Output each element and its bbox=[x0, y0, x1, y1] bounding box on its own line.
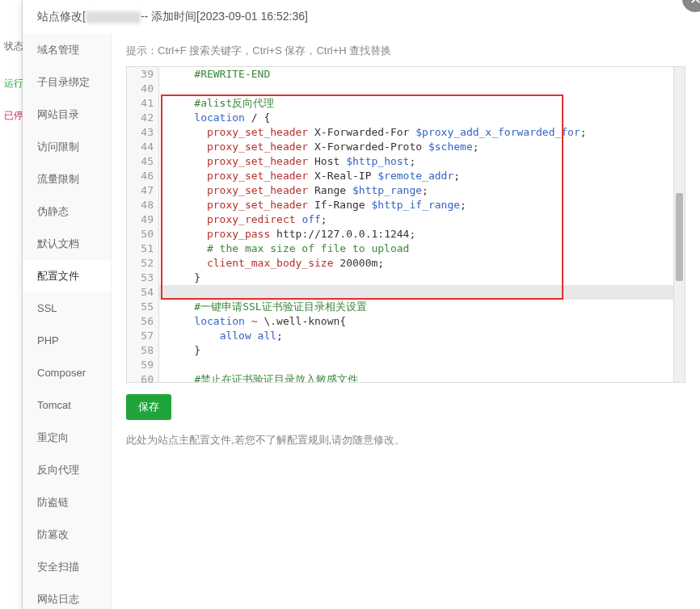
code-line[interactable]: # the max size of file to upload bbox=[159, 242, 685, 256]
line-number: 47 bbox=[127, 183, 154, 198]
scrollbar-thumb[interactable] bbox=[676, 193, 683, 281]
sidebar-item-sitedir[interactable]: 网站目录 bbox=[23, 99, 111, 131]
code-line[interactable]: #alist反向代理 bbox=[159, 96, 685, 111]
sidebar-item-access[interactable]: 访问限制 bbox=[23, 131, 111, 163]
line-number: 44 bbox=[127, 140, 154, 154]
line-number: 49 bbox=[127, 212, 154, 227]
line-number: 48 bbox=[127, 198, 154, 212]
sidebar-item-subdir[interactable]: 子目录绑定 bbox=[23, 66, 111, 99]
sidebar-item-config[interactable]: 配置文件 bbox=[23, 260, 111, 292]
code-line[interactable] bbox=[159, 82, 685, 96]
sidebar-item-tomcat[interactable]: Tomcat bbox=[23, 389, 111, 422]
sidebar-item-domain[interactable]: 域名管理 bbox=[23, 34, 111, 66]
code-line[interactable] bbox=[159, 285, 685, 300]
code-line[interactable]: proxy_set_header Range $http_range; bbox=[159, 183, 685, 198]
line-number: 41 bbox=[127, 96, 154, 111]
content-pane: 提示：Ctrl+F 搜索关键字，Ctrl+S 保存，Ctrl+H 查找替换 39… bbox=[112, 34, 700, 609]
line-number: 52 bbox=[127, 256, 154, 271]
code-line[interactable]: proxy_set_header If-Range $http_if_range… bbox=[159, 198, 685, 212]
modal-title-suffix: -- 添加时间[2023-09-01 16:52:36] bbox=[141, 10, 308, 24]
editor-code-area[interactable]: #REWRITE-END #alist反向代理 location / { pro… bbox=[159, 67, 685, 382]
code-line[interactable]: allow all; bbox=[159, 329, 685, 343]
line-number: 55 bbox=[127, 300, 154, 314]
code-line[interactable]: proxy_set_header X-Forwarded-For $proxy_… bbox=[159, 125, 685, 140]
modal-header: 站点修改[ -- 添加时间[2023-09-01 16:52:36] ✕ bbox=[23, 0, 700, 34]
sidebar-item-scan[interactable]: 安全扫描 bbox=[23, 551, 111, 583]
sidebar-item-rewrite[interactable]: 伪静态 bbox=[23, 195, 111, 228]
line-number: 46 bbox=[127, 169, 154, 183]
line-number: 43 bbox=[127, 125, 154, 140]
code-line[interactable]: proxy_set_header Host $http_host; bbox=[159, 154, 685, 169]
sidebar-item-php[interactable]: PHP bbox=[23, 325, 111, 357]
close-button[interactable]: ✕ bbox=[682, 0, 700, 12]
close-icon: ✕ bbox=[689, 0, 701, 6]
sidebar-item-default[interactable]: 默认文档 bbox=[23, 228, 111, 260]
save-button[interactable]: 保存 bbox=[126, 394, 171, 420]
sidebar-item-redirect[interactable]: 重定向 bbox=[23, 422, 111, 454]
line-number: 59 bbox=[127, 358, 154, 372]
code-line[interactable]: } bbox=[159, 343, 685, 358]
line-number: 58 bbox=[127, 343, 154, 358]
line-number: 45 bbox=[127, 154, 154, 169]
code-line[interactable]: client_max_body_size 20000m; bbox=[159, 256, 685, 271]
line-number: 57 bbox=[127, 329, 154, 343]
sidebar-item-log[interactable]: 网站日志 bbox=[23, 583, 111, 609]
modal-body: 域名管理子目录绑定网站目录访问限制流量限制伪静态默认文档配置文件SSLPHPCo… bbox=[23, 34, 700, 609]
line-number: 53 bbox=[127, 271, 154, 285]
sidebar-item-ssl[interactable]: SSL bbox=[23, 292, 111, 325]
line-number: 39 bbox=[127, 67, 154, 82]
sidebar-item-antileech[interactable]: 防盗链 bbox=[23, 486, 111, 519]
line-number: 51 bbox=[127, 242, 154, 256]
code-line[interactable]: #一键申请SSL证书验证目录相关设置 bbox=[159, 300, 685, 314]
code-line[interactable]: location ~ \.well-known{ bbox=[159, 314, 685, 329]
config-warning: 此处为站点主配置文件,若您不了解配置规则,请勿随意修改。 bbox=[126, 433, 685, 447]
editor-scrollbar[interactable] bbox=[673, 67, 685, 382]
code-line[interactable] bbox=[159, 358, 685, 372]
code-line[interactable]: proxy_set_header X-Real-IP $remote_addr; bbox=[159, 169, 685, 183]
code-line[interactable]: location / { bbox=[159, 111, 685, 125]
code-line[interactable]: #禁止在证书验证目录放入敏感文件 bbox=[159, 372, 685, 382]
code-line[interactable]: proxy_pass http://127.0.0.1:1244; bbox=[159, 227, 685, 242]
line-number: 54 bbox=[127, 285, 154, 300]
code-line[interactable]: #REWRITE-END bbox=[159, 67, 685, 82]
editor-hint: 提示：Ctrl+F 搜索关键字，Ctrl+S 保存，Ctrl+H 查找替换 bbox=[126, 44, 685, 58]
code-line[interactable]: } bbox=[159, 271, 685, 285]
sidebar-item-composer[interactable]: Composer bbox=[23, 357, 111, 389]
code-line[interactable]: proxy_redirect off; bbox=[159, 212, 685, 227]
sidebar-item-traffic[interactable]: 流量限制 bbox=[23, 163, 111, 195]
line-number: 56 bbox=[127, 314, 154, 329]
code-line[interactable]: proxy_set_header X-Forwarded-Proto $sche… bbox=[159, 140, 685, 154]
line-number: 42 bbox=[127, 111, 154, 125]
code-editor[interactable]: 3940414243444546474849505152535455565758… bbox=[126, 66, 685, 383]
modal-title-redacted bbox=[86, 11, 141, 23]
line-number: 50 bbox=[127, 227, 154, 242]
sidebar-item-proxy[interactable]: 反向代理 bbox=[23, 454, 111, 486]
sidebar: 域名管理子目录绑定网站目录访问限制流量限制伪静态默认文档配置文件SSLPHPCo… bbox=[23, 34, 112, 609]
sidebar-item-antitamper[interactable]: 防篡改 bbox=[23, 519, 111, 551]
editor-gutter: 3940414243444546474849505152535455565758… bbox=[127, 67, 159, 382]
line-number: 40 bbox=[127, 82, 154, 96]
modal-title-prefix: 站点修改[ bbox=[37, 10, 86, 24]
site-edit-modal: 站点修改[ -- 添加时间[2023-09-01 16:52:36] ✕ 域名管… bbox=[23, 0, 700, 609]
line-number: 60 bbox=[127, 372, 154, 387]
